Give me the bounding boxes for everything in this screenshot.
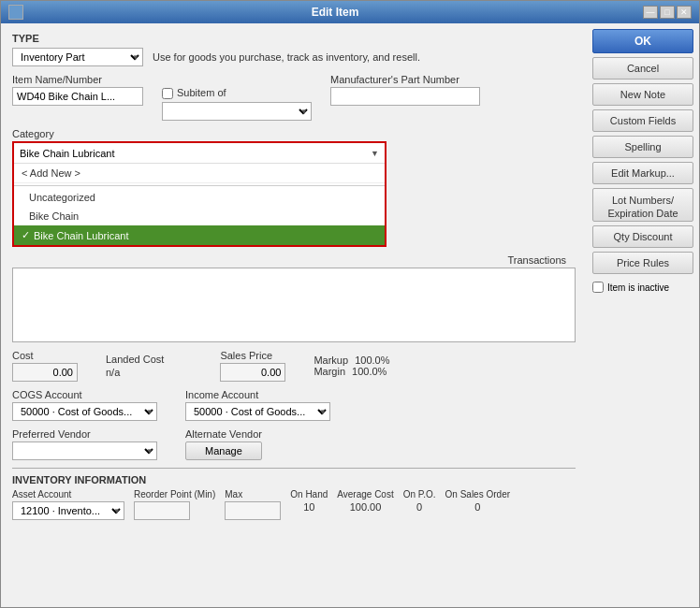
main-area: TYPE Inventory Part Use for goods you pu… <box>1 23 587 607</box>
max-col: Max <box>225 489 281 520</box>
item-name-section: Item Name/Number Subitem of Manufacturer… <box>12 74 576 121</box>
selected-checkmark: ✓ <box>22 229 30 241</box>
category-selected-row[interactable]: Bike Chain Lubricant ▼ <box>14 143 385 164</box>
type-section: TYPE Inventory Part Use for goods you pu… <box>12 33 576 66</box>
cost-input[interactable] <box>12 363 78 382</box>
sales-price-label: Sales Price <box>220 350 285 361</box>
average-cost-col: Average Cost 100.00 <box>337 489 393 513</box>
cancel-button[interactable]: Cancel <box>592 57 693 80</box>
type-description: Use for goods you purchase, track as inv… <box>153 51 420 63</box>
landed-cost-item: Landed Cost n/a <box>106 354 164 378</box>
margin-label: Margin <box>314 366 345 377</box>
cogs-account-item: COGS Account 50000 · Cost of Goods... <box>12 389 157 421</box>
inventory-section: INVENTORY INFORMATION Asset Account 1210… <box>12 468 576 520</box>
cost-label: Cost <box>12 350 78 361</box>
preferred-vendor-select[interactable] <box>12 442 157 460</box>
subitem-select-wrapper[interactable] <box>162 102 312 121</box>
reorder-label: Reorder Point (Min) <box>134 489 215 499</box>
new-note-button[interactable]: New Note <box>592 83 693 106</box>
item-inactive-label: Item is inactive <box>607 282 669 293</box>
type-label: TYPE <box>12 33 576 44</box>
preferred-vendor-col: Preferred Vendor <box>12 428 157 460</box>
markup-section: Markup 100.0% Margin 100.0% <box>314 355 389 377</box>
max-input[interactable] <box>225 501 281 520</box>
max-label: Max <box>225 489 281 499</box>
type-select[interactable]: Inventory Part <box>12 48 143 66</box>
income-account-item: Income Account 50000 · Cost of Goods... <box>185 389 330 421</box>
category-dropdown-list: < Add New > Uncategorized Bike Chain ✓ B… <box>14 164 385 245</box>
cogs-select[interactable]: 50000 · Cost of Goods... <box>12 402 157 421</box>
income-label: Income Account <box>185 389 330 400</box>
window-icon <box>8 5 23 20</box>
average-cost-value: 100.00 <box>350 501 382 513</box>
item-name-input[interactable] <box>12 87 143 106</box>
preferred-vendor-wrapper[interactable] <box>12 442 157 460</box>
category-dropdown[interactable]: Bike Chain Lubricant ▼ < Add New > Uncat… <box>12 141 386 247</box>
average-cost-label: Average Cost <box>337 489 393 499</box>
alternate-vendor-col: Alternate Vendor Manage <box>185 428 262 460</box>
margin-row: Margin 100.0% <box>314 366 389 377</box>
markup-row: Markup 100.0% <box>314 355 389 366</box>
on-hand-col: On Hand 10 <box>290 489 328 513</box>
minimize-button[interactable]: — <box>643 6 658 19</box>
asset-account-select[interactable]: 12100 · Invento... <box>12 501 124 520</box>
subitem-checkbox[interactable] <box>162 88 173 99</box>
vendor-row: Preferred Vendor Alternate Vendor Manage <box>12 428 576 460</box>
asset-account-wrapper[interactable]: 12100 · Invento... <box>12 501 124 520</box>
maximize-button[interactable]: □ <box>660 6 675 19</box>
asset-account-label: Asset Account <box>12 489 124 499</box>
category-divider <box>14 185 385 186</box>
item-inactive-checkbox[interactable] <box>592 282 604 293</box>
inventory-title: INVENTORY INFORMATION <box>12 474 576 485</box>
landed-cost-value: n/a <box>106 367 164 378</box>
margin-value: 100.0% <box>352 366 386 377</box>
category-option-bike-chain-lubricant[interactable]: ✓ Bike Chain Lubricant <box>14 225 385 245</box>
asset-account-col: Asset Account 12100 · Invento... <box>12 489 124 520</box>
sales-price-item: Sales Price <box>220 350 285 382</box>
cost-row: Cost Landed Cost n/a Sales Price Markup … <box>12 350 576 382</box>
right-panel: OK Cancel New Note Custom Fields Spellin… <box>587 23 699 607</box>
item-inactive-row: Item is inactive <box>592 282 693 293</box>
edit-markup-button[interactable]: Edit Markup... <box>592 162 693 184</box>
price-rules-button[interactable]: Price Rules <box>592 252 693 274</box>
title-bar: Edit Item — □ ✕ <box>1 1 699 23</box>
manage-button[interactable]: Manage <box>185 442 262 460</box>
on-sales-order-col: On Sales Order 0 <box>445 489 510 513</box>
qty-discount-button[interactable]: Qty Discount <box>592 225 693 248</box>
category-option-lubricant-text: Bike Chain Lubricant <box>34 230 129 241</box>
custom-fields-button[interactable]: Custom Fields <box>592 109 693 132</box>
close-button[interactable]: ✕ <box>677 6 692 19</box>
category-option-bike-chain[interactable]: Bike Chain <box>14 207 385 225</box>
income-select[interactable]: 50000 · Cost of Goods... <box>185 402 330 421</box>
cogs-select-wrapper[interactable]: 50000 · Cost of Goods... <box>12 402 157 421</box>
sales-price-input[interactable] <box>220 363 285 382</box>
category-dropdown-arrow: ▼ <box>371 149 379 158</box>
spelling-button[interactable]: Spelling <box>592 136 693 158</box>
category-add-new[interactable]: < Add New > <box>14 164 385 183</box>
reorder-point-input[interactable] <box>134 501 190 520</box>
manufacturer-col: Manufacturer's Part Number <box>330 74 480 106</box>
edit-item-window: Edit Item — □ ✕ TYPE Inventory Part Use … <box>0 0 700 608</box>
cogs-label: COGS Account <box>12 389 157 400</box>
transactions-area <box>12 268 576 342</box>
lot-numbers-button[interactable]: Lot Numbers/ Expiration Date <box>592 188 693 222</box>
alternate-vendor-label: Alternate Vendor <box>185 428 262 440</box>
category-selected-text: Bike Chain Lubricant <box>20 148 115 159</box>
income-select-wrapper[interactable]: 50000 · Cost of Goods... <box>185 402 330 421</box>
ok-button[interactable]: OK <box>592 29 693 53</box>
window-content: TYPE Inventory Part Use for goods you pu… <box>1 23 699 607</box>
item-name-col: Item Name/Number <box>12 74 143 106</box>
subitem-label: Subitem of <box>177 87 226 98</box>
preferred-vendor-label: Preferred Vendor <box>12 428 157 440</box>
subitem-select[interactable] <box>162 102 312 121</box>
subitem-col: Subitem of <box>162 87 312 121</box>
on-po-label: On P.O. <box>403 489 436 499</box>
reorder-point-col: Reorder Point (Min) <box>134 489 215 520</box>
transactions-label: Transactions <box>507 254 566 266</box>
landed-cost-label: Landed Cost <box>106 354 164 365</box>
type-select-wrapper[interactable]: Inventory Part <box>12 48 143 66</box>
on-po-col: On P.O. 0 <box>403 489 436 513</box>
manufacturer-input[interactable] <box>330 87 480 106</box>
category-option-uncategorized[interactable]: Uncategorized <box>14 188 385 207</box>
markup-value: 100.0% <box>355 355 389 366</box>
